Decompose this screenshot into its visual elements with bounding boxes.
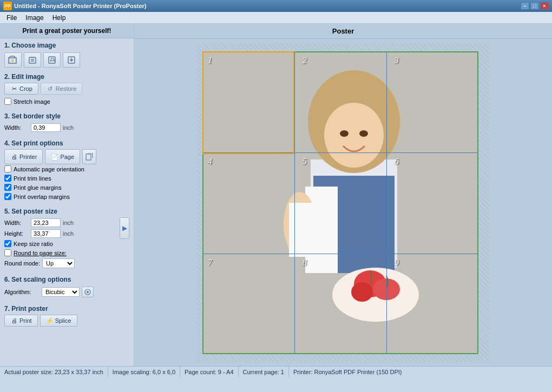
- round-page-label: Round to page size:: [14, 250, 67, 256]
- border-width-input[interactable]: [31, 123, 61, 132]
- round-page-row: Round to page size:: [4, 248, 129, 257]
- close-button[interactable]: ×: [540, 2, 549, 10]
- right-header: Poster: [134, 24, 552, 39]
- section-1-title: 1. Choose image: [0, 38, 134, 50]
- print-button[interactable]: 🖨 Print: [4, 315, 38, 327]
- svg-point-17: [340, 130, 349, 137]
- splice-button[interactable]: ⚡ Splice: [40, 315, 77, 327]
- border-width-row: Width: inch: [4, 122, 129, 133]
- keep-ratio-checkbox[interactable]: [4, 240, 11, 247]
- section-4-title: 4. Set print options: [0, 136, 134, 148]
- print-options-buttons-row: 🖨 Printer 📄 Page: [4, 149, 129, 164]
- minimize-button[interactable]: −: [521, 2, 529, 10]
- print-trim-checkbox[interactable]: [4, 175, 11, 182]
- stretch-image-checkbox[interactable]: [4, 98, 11, 105]
- svg-rect-9: [86, 154, 91, 160]
- titlebar: PP Untitled - RonyaSoft Poster Printer (…: [0, 0, 552, 12]
- status-page-count: Page count: 9 - A4: [180, 367, 239, 377]
- poster-width-row: Width: inch: [4, 217, 117, 228]
- svg-rect-3: [29, 57, 36, 63]
- section-5-content: Width: inch Height: inch ▶ Keep size rat…: [0, 216, 134, 273]
- edit-buttons-row: ✂ Crop ↺ Restore: [4, 83, 129, 95]
- menu-help[interactable]: Help: [48, 13, 70, 23]
- print-trim-row: Print trim lines: [4, 174, 129, 183]
- section-2-content: ✂ Crop ↺ Restore Stretch image: [0, 82, 134, 109]
- algorithm-label: Algorithm:: [4, 289, 40, 295]
- round-mode-select[interactable]: Up: [42, 258, 75, 268]
- status-current-page: Current page: 1: [239, 367, 289, 377]
- section-6-content: Algorithm: Bicubic: [0, 284, 134, 302]
- section-3-content: Width: inch: [0, 121, 134, 136]
- poster-height-label: Height:: [4, 230, 29, 237]
- left-panel: Print a great poster yourself! 1. Choose…: [0, 24, 134, 366]
- auto-orientation-checkbox[interactable]: [4, 165, 11, 172]
- page-button[interactable]: 📄 Page: [45, 149, 80, 164]
- poster-width-input[interactable]: [31, 218, 61, 227]
- print-trim-label: Print trim lines: [14, 175, 51, 182]
- main-container: Print a great poster yourself! 1. Choose…: [0, 24, 552, 366]
- svg-point-16: [324, 103, 384, 168]
- section-3-title: 3. Set border style: [0, 109, 134, 121]
- poster-photo: [202, 51, 478, 354]
- poster-width-unit: inch: [63, 220, 74, 226]
- poster-height-unit: inch: [63, 230, 74, 237]
- menu-image[interactable]: Image: [21, 13, 48, 23]
- poster-height-input[interactable]: [31, 229, 61, 238]
- border-width-label: Width:: [4, 124, 29, 131]
- svg-point-11: [87, 291, 89, 293]
- size-inputs-row: Width: inch Height: inch ▶: [4, 217, 129, 239]
- keep-ratio-label: Keep size ratio: [14, 241, 53, 247]
- poster-area: 1 2 3 4 5 6 7 8 9: [134, 39, 552, 366]
- window-controls: − □ ×: [521, 2, 549, 10]
- page-settings-button[interactable]: [82, 149, 96, 164]
- page-icon: 📄: [51, 153, 58, 161]
- status-printer: Printer: RonyaSoft PDF Printer (150 DPI): [289, 367, 552, 377]
- image-button-row: [0, 50, 134, 70]
- stretch-image-row: Stretch image: [4, 97, 129, 106]
- poster-width-label: Width:: [4, 220, 29, 226]
- svg-rect-4: [31, 59, 34, 60]
- crop-icon: ✂: [10, 85, 18, 92]
- export-image-button[interactable]: [63, 52, 80, 68]
- print-glue-label: Print glue margins: [14, 184, 62, 191]
- printer-button[interactable]: 🖨 Printer: [4, 149, 43, 164]
- auto-orientation-row: Automatic page orientation: [4, 164, 129, 174]
- print-buttons-row: 🖨 Print ⚡ Splice: [4, 315, 129, 327]
- right-panel: Poster: [134, 24, 552, 366]
- algorithm-select[interactable]: Bicubic: [42, 287, 80, 297]
- print-overlap-checkbox[interactable]: [4, 193, 11, 200]
- paste-image-button[interactable]: [24, 52, 41, 68]
- crop-button[interactable]: ✂ Crop: [4, 83, 38, 95]
- round-page-checkbox[interactable]: [4, 249, 11, 256]
- open-image-button[interactable]: [4, 52, 22, 68]
- poster-height-row: Height: inch: [4, 228, 117, 239]
- section-6-title: 6. Set scaling options: [0, 273, 134, 284]
- print-icon: 🖨: [10, 317, 18, 324]
- keep-ratio-row: Keep size ratio: [4, 239, 129, 248]
- algorithm-settings-button[interactable]: [82, 287, 94, 297]
- restore-icon: ↺: [47, 85, 54, 92]
- restore-button[interactable]: ↺ Restore: [41, 83, 83, 95]
- svg-rect-26: [289, 203, 316, 257]
- section-7-title: 7. Print poster: [0, 302, 134, 314]
- svg-point-18: [359, 130, 368, 137]
- svg-rect-5: [31, 61, 34, 62]
- left-header: Print a great poster yourself!: [0, 24, 134, 38]
- print-glue-checkbox[interactable]: [4, 184, 11, 191]
- stretch-image-label: Stretch image: [14, 98, 50, 105]
- status-image-scaling: Image scaling: 6,0 x 6,0: [108, 367, 180, 377]
- section-7-content: 🖨 Print ⚡ Splice: [0, 314, 134, 330]
- section-4-content: 🖨 Printer 📄 Page Automatic page orientat…: [0, 148, 134, 204]
- menubar: File Image Help: [0, 12, 552, 24]
- maximize-button[interactable]: □: [530, 2, 539, 10]
- window-title: Untitled - RonyaSoft Poster Printer (Pro…: [14, 3, 521, 9]
- round-mode-row: Round mode: Up: [4, 257, 129, 269]
- svg-rect-1: [11, 59, 14, 62]
- size-scroll-button[interactable]: ▶: [120, 217, 129, 239]
- app-icon: PP: [3, 2, 12, 10]
- size-inputs-col: Width: inch Height: inch: [4, 217, 117, 239]
- menu-file[interactable]: File: [2, 13, 21, 23]
- edit-image-button[interactable]: [43, 52, 61, 68]
- print-overlap-row: Print overlap margins: [4, 192, 129, 201]
- round-mode-label: Round mode:: [4, 260, 40, 267]
